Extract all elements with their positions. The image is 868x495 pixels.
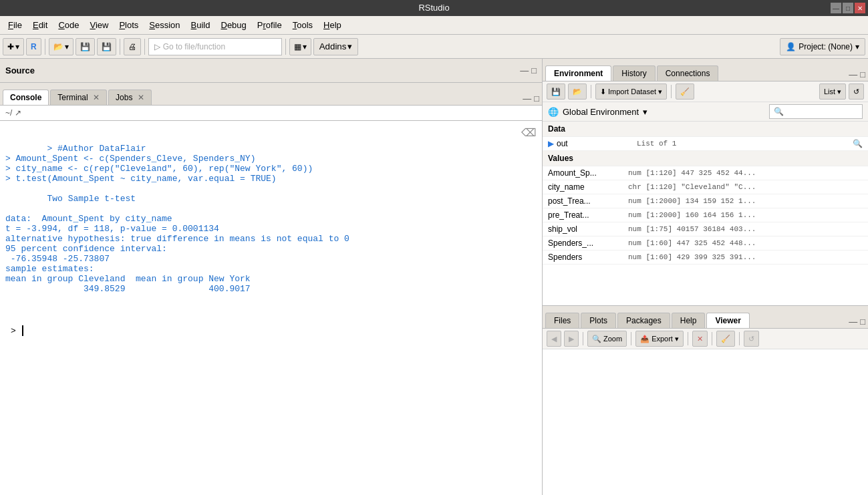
source-minimize-button[interactable]: —: [520, 65, 529, 75]
console-maximize-button[interactable]: □: [534, 94, 539, 104]
minimize-button[interactable]: —: [831, 3, 841, 13]
tab-files[interactable]: Files: [545, 313, 579, 328]
addins-button[interactable]: Addins ▾: [313, 38, 359, 55]
print-button[interactable]: 🖨: [124, 38, 141, 55]
back-icon: ◀: [551, 335, 557, 343]
env-open-icon: 📂: [573, 88, 582, 96]
env-row-amount-sp[interactable]: Amount_Sp... num [1:120] 447 325 452 44.…: [543, 166, 868, 180]
bottom-refresh-button[interactable]: ↺: [744, 331, 759, 347]
tab-terminal[interactable]: Terminal ✕: [50, 90, 107, 105]
go-to-file-input[interactable]: ▷ Go to file/function: [148, 38, 282, 55]
env-save-button[interactable]: 💾: [547, 84, 565, 100]
project-button[interactable]: 👤 Project: (None) ▾: [780, 38, 865, 55]
env-row-city-name[interactable]: city_name chr [1:120] "Cleveland" "C...: [543, 180, 868, 194]
env-name-spenders-1: Spenders_...: [548, 238, 628, 248]
new-file-button[interactable]: ✚ ▾: [3, 38, 24, 55]
env-row-spenders-2[interactable]: Spenders num [1:60] 429 399 325 391...: [543, 251, 868, 265]
console-minimize-button[interactable]: —: [523, 94, 531, 104]
restore-button[interactable]: □: [843, 3, 853, 13]
list-button[interactable]: List ▾: [819, 84, 846, 100]
new-file-icon: ✚: [7, 42, 14, 51]
tab-jobs-close[interactable]: ✕: [138, 93, 144, 102]
tab-packages[interactable]: Packages: [617, 313, 670, 328]
open-file-button[interactable]: 📂 ▾: [49, 38, 74, 55]
env-tb-sep-1: [591, 85, 591, 98]
tab-environment[interactable]: Environment: [545, 65, 611, 81]
tab-history[interactable]: History: [613, 65, 655, 81]
tab-plots[interactable]: Plots: [581, 313, 616, 328]
tab-connections[interactable]: Connections: [657, 65, 719, 81]
global-env-label: Global Environment: [563, 107, 639, 117]
menu-debug[interactable]: Debug: [216, 18, 252, 32]
env-refresh-button[interactable]: ↺: [849, 84, 864, 100]
tab-viewer[interactable]: Viewer: [706, 313, 749, 328]
save-button[interactable]: 💾: [76, 38, 95, 55]
tab-console[interactable]: Console: [3, 90, 49, 105]
source-maximize-button[interactable]: □: [531, 65, 537, 75]
play-icon: ▶: [548, 139, 554, 148]
bottom-clear-icon: 🧹: [721, 335, 730, 343]
menu-help[interactable]: Help: [318, 18, 347, 32]
env-global-row: 🌐 Global Environment ▾: [543, 102, 868, 122]
workspace-layout-button[interactable]: ▦ ▾: [289, 38, 311, 55]
go-to-file-label: Go to file/function: [163, 42, 225, 51]
env-val-city-name: chr [1:120] "Cleveland" "C...: [628, 183, 863, 191]
env-search-input[interactable]: [769, 104, 863, 119]
bottom-clear-button[interactable]: 🧹: [716, 331, 735, 347]
close-button[interactable]: ✕: [855, 3, 865, 13]
env-content: Data ▶ out List of 1 🔍 Values Amount_Sp.…: [543, 122, 868, 305]
save-icon: 💾: [80, 42, 90, 51]
bottom-tabs-left: Files Plots Packages Help Viewer: [545, 313, 750, 328]
env-section-data: Data: [543, 122, 868, 137]
env-row-pre-treat[interactable]: pre_Treat... num [1:2000] 160 164 156 1.…: [543, 208, 868, 222]
tab-help[interactable]: Help: [672, 313, 706, 328]
bottom-back-button[interactable]: ◀: [547, 331, 561, 347]
menu-file[interactable]: File: [3, 18, 27, 32]
console-panel: Console Terminal ✕ Jobs ✕ — □: [0, 83, 542, 495]
env-maximize-button[interactable]: □: [860, 69, 865, 79]
menu-profile[interactable]: Profile: [252, 18, 287, 32]
project-label: Project: (None): [799, 42, 853, 51]
export-button[interactable]: 📤 Export ▾: [635, 331, 684, 347]
environment-panel: Environment History Connections — □ 💾 📂: [543, 59, 868, 306]
env-name-ship-vol: ship_vol: [548, 224, 628, 234]
addins-label: Addins: [319, 41, 347, 51]
app-title: RStudio: [418, 3, 449, 13]
print-icon: 🖨: [128, 42, 136, 51]
bottom-delete-button[interactable]: ✕: [692, 331, 708, 347]
console-clear-button[interactable]: ⌫: [521, 126, 537, 139]
save-all-button[interactable]: 💾: [97, 38, 116, 55]
env-minimize-button[interactable]: —: [849, 69, 857, 79]
bottom-forward-button[interactable]: ▶: [564, 331, 579, 347]
menu-build[interactable]: Build: [186, 18, 216, 32]
menu-tools[interactable]: Tools: [287, 18, 318, 32]
env-row-spenders-1[interactable]: Spenders_... num [1:60] 447 325 452 448.…: [543, 236, 868, 251]
window-controls[interactable]: — □ ✕: [831, 3, 865, 13]
menu-edit[interactable]: Edit: [27, 18, 53, 32]
env-row-out[interactable]: ▶ out List of 1 🔍: [543, 137, 868, 151]
menu-view[interactable]: View: [84, 18, 114, 32]
import-dataset-button[interactable]: ⬇ Import Dataset ▾: [595, 84, 667, 100]
menu-code[interactable]: Code: [53, 18, 84, 32]
console-tabs-right: — □: [523, 94, 539, 105]
bottom-maximize-button[interactable]: □: [860, 317, 865, 327]
tab-jobs[interactable]: Jobs ✕: [108, 90, 152, 105]
menu-plots[interactable]: Plots: [114, 18, 144, 32]
env-open-button[interactable]: 📂: [568, 84, 587, 100]
console-content[interactable]: ⌫ > #Author DataFlair > Amount_Spent <- …: [0, 121, 542, 495]
tab-terminal-close[interactable]: ✕: [93, 93, 100, 102]
menu-session[interactable]: Session: [144, 18, 185, 32]
new-file-dropdown-icon: ▾: [15, 42, 19, 51]
env-row-search-out[interactable]: 🔍: [853, 139, 863, 148]
tab-console-label: Console: [10, 93, 41, 102]
zoom-button[interactable]: 🔍 Zoom: [587, 331, 627, 347]
bottom-minimize-button[interactable]: —: [849, 317, 857, 327]
env-row-ship-vol[interactable]: ship_vol num [1:75] 40157 36184 403...: [543, 222, 868, 236]
env-row-post-trea[interactable]: post_Trea... num [1:2000] 134 159 152 1.…: [543, 194, 868, 208]
console-tabs-left: Console Terminal ✕ Jobs ✕: [3, 90, 152, 105]
import-dataset-label: Import Dataset: [608, 88, 656, 96]
titlebar: RStudio — □ ✕: [0, 0, 868, 16]
console-tabs-bar: Console Terminal ✕ Jobs ✕ — □: [0, 83, 542, 106]
env-clear-button[interactable]: 🧹: [676, 84, 694, 100]
open-project-button[interactable]: R: [26, 38, 41, 55]
